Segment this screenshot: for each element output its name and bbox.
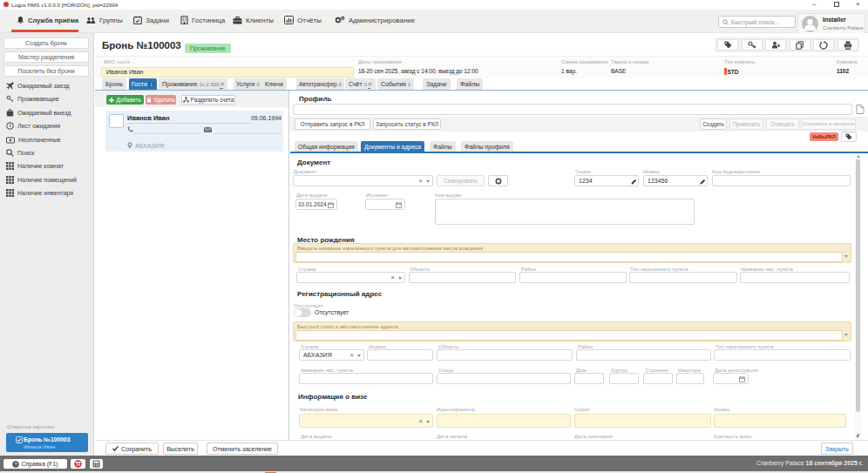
- svg-text:?: ?: [15, 462, 17, 467]
- svg-text:14: 14: [76, 463, 81, 467]
